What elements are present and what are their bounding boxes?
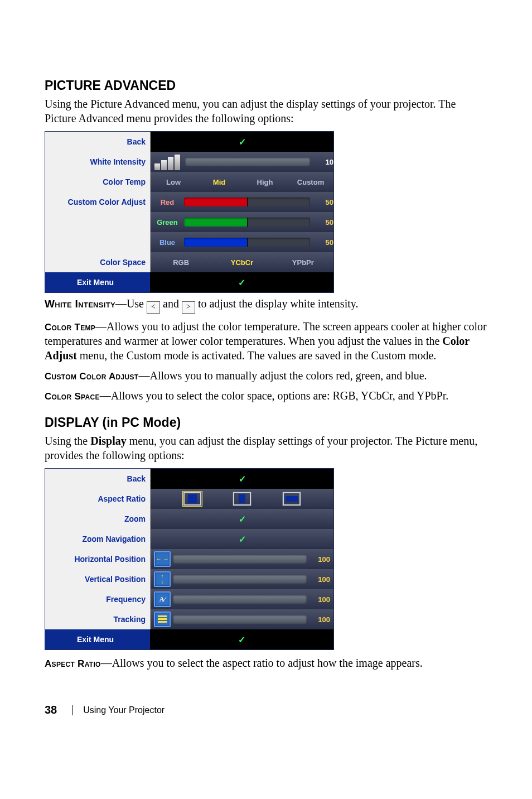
- osd-color-space[interactable]: Color Space: [45, 252, 151, 272]
- v-pos-icon: ↑↓: [154, 571, 171, 587]
- cca-blue-label: Blue: [151, 238, 184, 247]
- cs-rgb[interactable]: RGB: [151, 258, 211, 267]
- display-pc-heading: DISPLAY (in PC Mode): [45, 415, 487, 430]
- osd2-zoom[interactable]: Zoom: [45, 509, 151, 529]
- picture-advanced-intro: Using the Picture Advanced menu, you can…: [45, 97, 487, 126]
- page-footer: 38 Using Your Projector: [45, 704, 487, 716]
- cca-red-value: 50: [312, 198, 333, 206]
- osd-picture-advanced: Back ✓ White Intensity 10 Color Temp Low…: [45, 131, 334, 293]
- label-white-intensity: White Intensity: [45, 298, 115, 310]
- cca-red-label: Red: [151, 198, 184, 206]
- aspect-original-icon[interactable]: [183, 492, 201, 506]
- page-number: 38: [45, 704, 57, 716]
- osd-label-empty-green: [45, 212, 151, 232]
- tracking-icon: [154, 612, 171, 627]
- cca-green-slider[interactable]: [184, 218, 310, 227]
- frequency-slider[interactable]: [173, 595, 307, 604]
- v-pos-value: 100: [309, 575, 330, 584]
- v-pos-slider[interactable]: [173, 575, 307, 584]
- tracking-slider[interactable]: [173, 615, 307, 624]
- osd2-aspect-ratio[interactable]: Aspect Ratio: [45, 489, 151, 509]
- h-pos-value: 100: [309, 555, 330, 564]
- picture-advanced-heading: PICTURE ADVANCED: [45, 78, 487, 93]
- label-color-space: Color Space: [45, 391, 100, 402]
- color-temp-desc: Color Temp—Allows you to adjust the colo…: [45, 319, 487, 363]
- osd-label-empty-blue: [45, 232, 151, 252]
- color-space-desc: Color Space—Allows you to select the col…: [45, 388, 487, 403]
- frequency-icon: A⁄: [154, 591, 171, 607]
- cca-blue-value: 50: [312, 238, 333, 247]
- ct-high[interactable]: High: [242, 178, 288, 186]
- label-aspect-ratio: Aspect Ratio: [45, 658, 101, 669]
- osd2-v-pos[interactable]: Vertical Position: [45, 569, 151, 589]
- white-intensity-slider[interactable]: [185, 157, 310, 166]
- osd-color-temp[interactable]: Color Temp: [45, 172, 151, 192]
- cca-green-label: Green: [151, 218, 184, 227]
- osd2-tracking[interactable]: Tracking: [45, 609, 151, 629]
- check-icon: ✓: [239, 137, 246, 147]
- h-pos-slider[interactable]: [173, 555, 307, 564]
- label-color-temp: Color Temp: [45, 322, 95, 333]
- aspect-wide-icon[interactable]: [283, 492, 301, 506]
- footer-section: Using Your Projector: [83, 705, 165, 715]
- check-icon: ✓: [239, 474, 246, 484]
- right-key-icon: >: [182, 301, 195, 314]
- osd-custom-color-adjust[interactable]: Custom Color Adjust: [45, 192, 151, 212]
- ct-custom[interactable]: Custom: [288, 178, 333, 186]
- white-intensity-desc: White Intensity—Use < and > to adjust th…: [45, 296, 487, 314]
- label-cca: Custom Color Adjust: [45, 371, 138, 382]
- tracking-value: 100: [309, 615, 330, 624]
- osd2-h-pos[interactable]: Horizontal Position: [45, 549, 151, 569]
- cs-ypbpr[interactable]: YPbPr: [273, 258, 333, 267]
- h-pos-icon: ← →: [154, 551, 171, 567]
- cca-blue-slider[interactable]: [184, 238, 310, 247]
- frequency-value: 100: [309, 595, 330, 604]
- cca-green-value: 50: [312, 218, 333, 227]
- left-key-icon: <: [147, 301, 160, 314]
- footer-divider: [72, 705, 73, 715]
- check-icon: ✓: [238, 634, 245, 645]
- white-intensity-value: 10: [312, 158, 333, 166]
- osd2-frequency[interactable]: Frequency: [45, 589, 151, 609]
- display-intro: Using the Display menu, you can adjust t…: [45, 434, 487, 463]
- aspect-ratio-options[interactable]: [151, 492, 333, 506]
- check-icon: ✓: [239, 534, 246, 545]
- ct-low[interactable]: Low: [151, 178, 196, 186]
- osd-display: Back ✓ Aspect Ratio Zoom ✓ Zoom Navigati…: [45, 468, 334, 650]
- osd2-exit[interactable]: Exit Menu: [45, 629, 150, 649]
- aspect-4-3-icon[interactable]: [233, 492, 251, 506]
- osd-white-intensity[interactable]: White Intensity: [45, 152, 151, 172]
- ct-mid[interactable]: Mid: [196, 178, 242, 186]
- check-icon: ✓: [239, 514, 246, 524]
- custom-color-adjust-desc: Custom Color Adjust—Allows you to manual…: [45, 368, 487, 383]
- cs-ycbcr[interactable]: YCbCr: [211, 258, 272, 267]
- aspect-ratio-desc: Aspect Ratio—Allows you to select the as…: [45, 656, 487, 670]
- osd-exit[interactable]: Exit Menu: [45, 272, 150, 292]
- white-intensity-icon: [153, 153, 182, 170]
- cca-red-slider[interactable]: [184, 198, 310, 206]
- osd2-zoom-nav[interactable]: Zoom Navigation: [45, 529, 151, 549]
- check-icon: ✓: [238, 277, 245, 288]
- osd2-back[interactable]: Back: [45, 469, 151, 489]
- osd-back[interactable]: Back: [45, 132, 151, 152]
